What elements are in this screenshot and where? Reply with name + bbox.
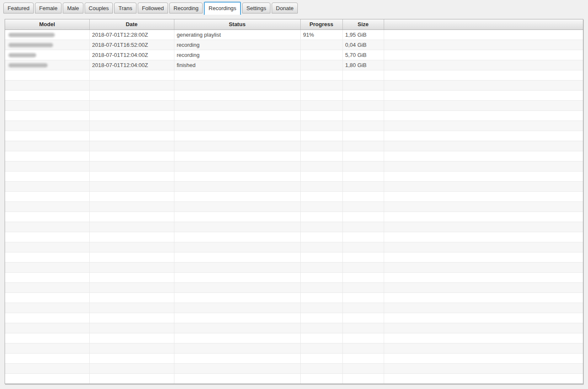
empty-cell xyxy=(384,343,583,353)
empty-cell xyxy=(174,201,300,212)
table-body: 2018-07-01T12:28:00Zgenerating playlist9… xyxy=(5,30,583,384)
empty-cell xyxy=(174,363,300,373)
empty-cell xyxy=(174,181,300,191)
recordings-table: ModelDateStatusProgressSize 2018-07-01T1… xyxy=(5,19,583,384)
empty-cell xyxy=(300,292,342,303)
empty-cell xyxy=(384,90,583,100)
tab-recording[interactable]: Recording xyxy=(169,3,203,13)
empty-row xyxy=(5,222,583,232)
tab-male[interactable]: Male xyxy=(63,3,83,13)
column-header-progress[interactable]: Progress xyxy=(300,19,342,30)
recording-row[interactable]: 2018-07-01T12:04:00Zfinished1,80 GiB xyxy=(5,60,583,70)
tab-followed[interactable]: Followed xyxy=(138,3,168,13)
empty-cell xyxy=(384,151,583,161)
empty-cell xyxy=(384,313,583,323)
empty-row xyxy=(5,292,583,303)
status-cell: generating playlist xyxy=(174,30,300,40)
tab-donate[interactable]: Donate xyxy=(272,3,298,13)
empty-cell xyxy=(89,262,174,272)
empty-row xyxy=(5,191,583,201)
empty-cell xyxy=(300,232,342,242)
empty-cell xyxy=(342,373,384,384)
recordings-table-frame: ModelDateStatusProgressSize 2018-07-01T1… xyxy=(5,19,583,384)
empty-cell xyxy=(5,90,89,100)
empty-row xyxy=(5,353,583,363)
empty-cell xyxy=(300,110,342,121)
extra-cell xyxy=(384,30,583,40)
tab-featured[interactable]: Featured xyxy=(3,3,34,13)
progress-cell xyxy=(300,50,342,60)
empty-cell xyxy=(384,110,583,121)
empty-cell xyxy=(89,70,174,80)
empty-cell xyxy=(342,323,384,333)
empty-cell xyxy=(342,90,384,100)
empty-cell xyxy=(300,121,342,131)
empty-cell xyxy=(384,232,583,242)
tab-recordings[interactable]: Recordings xyxy=(204,2,241,15)
empty-cell xyxy=(300,70,342,80)
recording-row[interactable]: 2018-07-01T16:52:00Zrecording0,04 GiB xyxy=(5,40,583,50)
empty-cell xyxy=(342,131,384,141)
empty-row xyxy=(5,303,583,313)
empty-cell xyxy=(174,333,300,343)
column-header-model[interactable]: Model xyxy=(5,19,89,30)
recording-row[interactable]: 2018-07-01T12:28:00Zgenerating playlist9… xyxy=(5,30,583,40)
redacted-model-name xyxy=(8,43,53,47)
empty-cell xyxy=(300,222,342,232)
empty-row xyxy=(5,181,583,191)
empty-cell xyxy=(89,252,174,262)
tab-trans[interactable]: Trans xyxy=(114,3,136,13)
date-cell: 2018-07-01T16:52:00Z xyxy=(89,40,174,50)
extra-cell xyxy=(384,60,583,70)
empty-cell xyxy=(300,242,342,252)
empty-cell xyxy=(342,121,384,131)
empty-row xyxy=(5,282,583,292)
empty-cell xyxy=(384,80,583,90)
empty-cell xyxy=(89,282,174,292)
empty-cell xyxy=(89,181,174,191)
empty-cell xyxy=(5,303,89,313)
tab-couples[interactable]: Couples xyxy=(85,3,113,13)
empty-cell xyxy=(89,222,174,232)
empty-cell xyxy=(174,292,300,303)
empty-row xyxy=(5,262,583,272)
tab-settings[interactable]: Settings xyxy=(242,3,270,13)
empty-cell xyxy=(384,292,583,303)
empty-cell xyxy=(342,212,384,222)
empty-cell xyxy=(384,141,583,151)
recording-row[interactable]: 2018-07-01T12:04:00Zrecording5,70 GiB xyxy=(5,50,583,60)
empty-row xyxy=(5,110,583,121)
empty-cell xyxy=(174,171,300,181)
empty-cell xyxy=(384,181,583,191)
empty-cell xyxy=(384,201,583,212)
empty-cell xyxy=(300,212,342,222)
empty-cell xyxy=(342,151,384,161)
empty-row xyxy=(5,343,583,353)
column-header-size[interactable]: Size xyxy=(342,19,384,30)
column-header-empty xyxy=(384,19,583,30)
size-cell: 1,95 GiB xyxy=(342,30,384,40)
empty-cell xyxy=(384,363,583,373)
empty-cell xyxy=(89,323,174,333)
empty-cell xyxy=(342,292,384,303)
tab-female[interactable]: Female xyxy=(35,3,61,13)
empty-cell xyxy=(5,131,89,141)
empty-cell xyxy=(300,201,342,212)
empty-row xyxy=(5,80,583,90)
column-header-date[interactable]: Date xyxy=(89,19,174,30)
empty-cell xyxy=(174,353,300,363)
empty-cell xyxy=(5,282,89,292)
empty-cell xyxy=(300,141,342,151)
column-header-status[interactable]: Status xyxy=(174,19,300,30)
empty-cell xyxy=(384,100,583,110)
empty-cell xyxy=(300,363,342,373)
empty-cell xyxy=(5,171,89,181)
progress-cell xyxy=(300,40,342,50)
empty-cell xyxy=(342,161,384,171)
model-cell xyxy=(5,40,89,50)
empty-cell xyxy=(300,353,342,363)
empty-cell xyxy=(384,70,583,80)
empty-cell xyxy=(384,333,583,343)
empty-cell xyxy=(342,201,384,212)
empty-cell xyxy=(89,343,174,353)
